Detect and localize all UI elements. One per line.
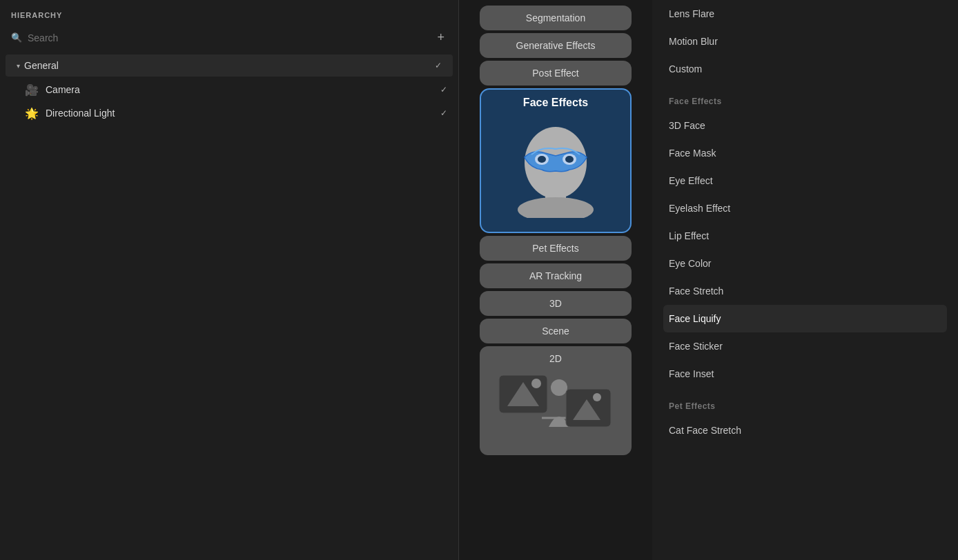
hierarchy-content: ▾ General ✓ 🎥 Camera ✓ 🌟 Directional Lig… — [0, 49, 458, 130]
svg-point-6 — [565, 156, 574, 163]
3d-card[interactable]: 3D — [480, 291, 632, 316]
search-input[interactable] — [28, 32, 429, 43]
center-panel: Segmentation Generative Effects Post Eff… — [459, 0, 652, 560]
face-effects-illustration — [504, 114, 607, 218]
2d-illustration — [493, 368, 618, 444]
face-sticker-item[interactable]: Face Sticker — [663, 332, 947, 360]
2d-card[interactable]: 2D — [480, 346, 632, 455]
custom-item[interactable]: Custom — [663, 55, 947, 83]
svg-point-9 — [531, 379, 541, 388]
right-panel: Lens Flare Motion Blur Custom Face Effec… — [652, 0, 958, 560]
svg-point-10 — [551, 379, 567, 396]
general-group-label: General — [24, 60, 435, 71]
chevron-down-icon: ▾ — [17, 62, 20, 70]
scene-card[interactable]: Scene — [480, 319, 632, 343]
eye-effect-item[interactable]: Eye Effect — [663, 167, 947, 194]
motion-blur-item[interactable]: Motion Blur — [663, 28, 947, 55]
face-effects-card[interactable]: Face Effects — [480, 88, 632, 233]
eye-color-item[interactable]: Eye Color — [663, 250, 947, 277]
directional-light-icon: 🌟 — [25, 106, 39, 120]
face-liquify-item[interactable]: Face Liquify — [663, 305, 947, 332]
directional-light-item[interactable]: 🌟 Directional Light ✓ — [0, 101, 458, 125]
face-inset-item[interactable]: Face Inset — [663, 360, 947, 388]
svg-point-5 — [538, 156, 546, 163]
eyelash-effect-item[interactable]: Eyelash Effect — [663, 194, 947, 222]
lip-effect-item[interactable]: Lip Effect — [663, 222, 947, 250]
camera-icon: 🎥 — [25, 83, 39, 97]
camera-label: Camera — [46, 84, 440, 95]
add-button[interactable]: + — [434, 30, 447, 45]
cat-face-stretch-item[interactable]: Cat Face Stretch — [663, 417, 947, 444]
hierarchy-panel: HIERARCHY 🔍 + ▾ General ✓ 🎥 Camera ✓ 🌟 D… — [0, 0, 459, 560]
group-check-icon: ✓ — [435, 61, 442, 70]
camera-check-icon: ✓ — [440, 85, 447, 94]
svg-point-14 — [593, 393, 601, 401]
directional-light-check-icon: ✓ — [440, 108, 447, 118]
camera-item[interactable]: 🎥 Camera ✓ — [0, 78, 458, 101]
hierarchy-title: HIERARCHY — [11, 11, 62, 19]
post-effect-card[interactable]: Post Effect — [480, 61, 632, 86]
hierarchy-header: HIERARCHY — [0, 0, 458, 26]
pet-effects-card[interactable]: Pet Effects — [480, 236, 632, 261]
hierarchy-search-bar: 🔍 + — [0, 26, 458, 49]
ar-tracking-card[interactable]: AR Tracking — [480, 263, 632, 288]
general-group-header[interactable]: ▾ General ✓ — [6, 54, 453, 77]
svg-point-2 — [518, 197, 594, 218]
lens-flare-item[interactable]: Lens Flare — [663, 0, 947, 28]
segmentation-card[interactable]: Segmentation — [480, 6, 632, 30]
face-effects-section-label: Face Effects — [663, 83, 947, 112]
pet-effects-section-label: Pet Effects — [663, 388, 947, 417]
search-icon: 🔍 — [11, 32, 22, 43]
face-stretch-item[interactable]: Face Stretch — [663, 277, 947, 305]
3d-face-item[interactable]: 3D Face — [663, 112, 947, 139]
directional-light-label: Directional Light — [46, 108, 440, 119]
generative-effects-card[interactable]: Generative Effects — [480, 33, 632, 58]
face-mask-item[interactable]: Face Mask — [663, 139, 947, 167]
